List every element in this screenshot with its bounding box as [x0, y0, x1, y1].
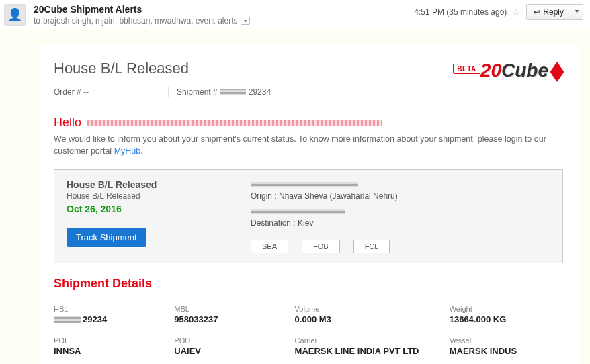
chip-fcl: FCL: [353, 240, 390, 253]
recipients-list: brajesh singh, mjain, bbhusan, mwadhwa, …: [43, 16, 238, 26]
detail-label: Weight: [450, 305, 563, 313]
detail-value: UAIEV: [174, 346, 288, 356]
page-title-text: House B/L Released: [54, 60, 189, 77]
status-card-left: House B/L Released House B/L Released Oc…: [67, 179, 235, 253]
recipients-line: to brajesh singh, mjain, bbhusan, mwadhw…: [34, 16, 414, 26]
brand-logo: 20Cube: [480, 60, 563, 81]
origin-line: Origin : Nhava Sheva (Jawaharlal Nehru): [251, 191, 550, 201]
email-timestamp: 4:51 PM (35 minutes ago): [414, 7, 507, 17]
destination-line: Destination : Kiev: [251, 218, 550, 228]
reply-label: Reply: [543, 7, 564, 17]
myhub-link[interactable]: MyHub: [114, 146, 141, 156]
detail-label: Vessel: [450, 336, 563, 345]
person-icon: 👤: [7, 7, 22, 22]
status-card: House B/L Released House B/L Released Oc…: [54, 169, 563, 263]
chip-sea: SEA: [251, 240, 288, 253]
shipment-column: Shipment # 29234: [168, 87, 271, 97]
title-left: House B/L Released BETA Order # -- Shipm…: [54, 60, 480, 101]
logo-part1: 20: [480, 60, 501, 81]
detail-value: 958033237: [174, 314, 288, 324]
detail-label: POL: [54, 336, 167, 345]
status-card-right: Origin : Nhava Sheva (Jawaharlal Nehru) …: [251, 179, 550, 253]
sender-name: 20Cube Shipment Alerts: [34, 4, 142, 15]
origin-redacted-line: [251, 182, 358, 187]
detail-value: MAERSK INDUS: [450, 346, 563, 356]
email-body-wrapper: House B/L Released BETA Order # -- Shipm…: [0, 30, 590, 364]
order-column: Order # --: [54, 87, 168, 97]
email-header-right: 4:51 PM (35 minutes ago) ☆ ↩ Reply ▾: [414, 4, 583, 20]
detail-label: HBL: [54, 305, 167, 313]
logo-part2: Cube: [501, 60, 548, 81]
destination-value: Kiev: [298, 218, 313, 228]
email-body: House B/L Released BETA Order # -- Shipm…: [38, 44, 579, 364]
status-date: Oct 26, 2016: [67, 203, 235, 214]
order-label: Order #: [54, 87, 81, 97]
star-icon[interactable]: ☆: [512, 7, 521, 17]
sender-avatar: 👤: [4, 4, 26, 26]
detail-value: 29234: [54, 314, 167, 324]
chip-fob: FOB: [302, 240, 340, 253]
email-header-main: 20Cube Shipment Alerts to brajesh singh,…: [34, 4, 414, 26]
origin-value: Nhava Sheva (Jawaharlal Nehru): [279, 191, 398, 201]
cube-icon: [550, 62, 564, 82]
order-value: --: [83, 87, 89, 97]
email-header: 👤 20Cube Shipment Alerts to brajesh sing…: [0, 0, 590, 30]
detail-value: 13664.000 KG: [450, 314, 563, 324]
reply-button[interactable]: ↩ Reply: [526, 4, 571, 20]
greeting-text: Hello: [54, 116, 81, 130]
reply-arrow-icon: ↩: [534, 7, 540, 17]
detail-weight: Weight 13664.000 KG: [450, 305, 563, 324]
detail-pod: POD UAIEV: [174, 336, 288, 356]
greeting-line: Hello: [54, 116, 563, 130]
detail-label: Carrier: [295, 336, 443, 345]
detail-carrier: Carrier MAERSK LINE INDIA PVT LTD: [295, 336, 443, 356]
shipment-details-grid: HBL 29234 MBL 958033237 Volume 0.000 M3 …: [54, 298, 563, 364]
origin-label: Origin :: [251, 191, 277, 201]
detail-mbl: MBL 958033237: [174, 305, 288, 324]
mode-chips: SEA FOB FCL: [251, 240, 550, 253]
destination-redacted-line: [251, 209, 345, 214]
detail-value: MAERSK LINE INDIA PVT LTD: [295, 346, 443, 356]
intro-paragraph: We would like to inform you about your s…: [54, 134, 563, 157]
status-subtitle: House B/L Released: [67, 191, 235, 201]
title-row: House B/L Released BETA Order # -- Shipm…: [54, 60, 563, 101]
detail-value: 0.000 M3: [295, 314, 443, 324]
shipment-number-redacted: [220, 89, 246, 95]
shipment-details-title: Shipment Details: [54, 277, 563, 291]
recipients-details-toggle[interactable]: ▾: [241, 17, 250, 25]
detail-value: INNSA: [54, 346, 167, 356]
detail-label: POD: [174, 336, 288, 345]
shipment-number-suffix: 29234: [249, 87, 271, 97]
hbl-redacted-prefix: [54, 316, 81, 323]
detail-vessel: Vessel MAERSK INDUS: [450, 336, 563, 356]
greeting-name-redacted: [87, 120, 382, 126]
reply-more-button[interactable]: ▾: [571, 4, 583, 20]
track-shipment-button[interactable]: Track Shipment: [67, 228, 146, 247]
status-title: House B/L Released: [67, 179, 235, 190]
detail-hbl: HBL 29234: [54, 305, 167, 324]
destination-label: Destination :: [251, 218, 296, 228]
hbl-suffix: 29234: [83, 314, 107, 324]
page-title: House B/L Released BETA: [54, 60, 480, 77]
beta-badge: BETA: [453, 64, 480, 74]
shipment-label: Shipment #: [177, 87, 218, 97]
detail-volume: Volume 0.000 M3: [295, 305, 443, 324]
detail-pol: POL INNSA: [54, 336, 167, 356]
order-shipment-row: Order # -- Shipment # 29234: [54, 83, 480, 101]
intro-text-2: .: [140, 146, 142, 156]
detail-label: Volume: [295, 305, 443, 313]
detail-label: MBL: [174, 305, 288, 313]
recipients-prefix: to: [34, 16, 40, 26]
